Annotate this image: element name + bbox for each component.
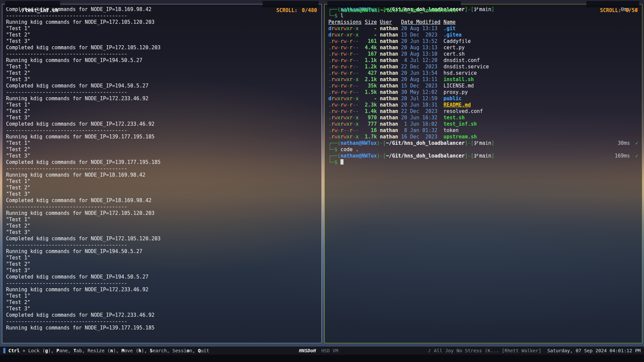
file-name: dnsdist.service bbox=[443, 64, 489, 70]
git-branch-icon bbox=[474, 141, 479, 145]
hint-segment: ), bbox=[141, 348, 150, 353]
terminal-line: Running kdig commands for NODE_IP=194.50… bbox=[6, 248, 318, 255]
file-permissions: .rw-r--r-- bbox=[328, 127, 359, 133]
perm-char: w bbox=[334, 64, 337, 70]
perm-char: r bbox=[340, 76, 343, 82]
file-row[interactable]: .rw-rw-r-- 167 nathan 20 Aug 13:10 cert.… bbox=[328, 51, 638, 57]
perm-char: r bbox=[350, 70, 353, 76]
file-name: dnsdist.conf bbox=[443, 57, 480, 63]
perm-char: r bbox=[331, 64, 334, 70]
prompt-frame: ]-[ bbox=[465, 140, 474, 146]
file-row[interactable]: .rw-rw-r-- 2.3k nathan 20 Jun 18:31 READ… bbox=[328, 102, 638, 108]
perm-char: . bbox=[328, 51, 331, 57]
file-date: 1 Jun 16:02 bbox=[401, 121, 437, 127]
file-row[interactable]: drwxrwxr-x - nathan 20 Aug 13:13 .git bbox=[328, 25, 638, 32]
perm-char: . bbox=[328, 70, 331, 76]
pane-left[interactable]: ./test_inf.sh SCROLL:0/480 Completed kdi… bbox=[2, 4, 322, 343]
perm-char: r bbox=[331, 57, 334, 63]
file-size: 16 bbox=[371, 127, 377, 133]
file-row[interactable]: .rw-rw-r-- 161 nathan 20 Jun 13:52 Caddy… bbox=[328, 38, 638, 45]
file-row[interactable]: .rw-r--r-- 16 nathan 8 Jan 01:32 token bbox=[328, 127, 638, 134]
command-text: code . bbox=[337, 146, 359, 153]
terminal-line: Running kdig commands for NODE_IP=139.17… bbox=[6, 325, 318, 331]
perm-char: r bbox=[350, 134, 353, 140]
perm-char: w bbox=[343, 96, 346, 102]
terminal-line: "Test 2" bbox=[6, 223, 318, 229]
perm-char: . bbox=[328, 76, 331, 82]
file-row[interactable]: .rw-rw-r-- 1.4k nathan 22 Dec 2023 resol… bbox=[328, 108, 638, 115]
terminal-line: ---------------------------------------- bbox=[6, 204, 318, 210]
perm-char: w bbox=[343, 89, 346, 95]
perm-char: r bbox=[331, 45, 334, 51]
terminal-line: ---------------------------------------- bbox=[6, 318, 318, 325]
perm-char: w bbox=[343, 76, 346, 82]
git-branch-icon bbox=[474, 154, 479, 158]
file-row[interactable]: .rwxrwxr-x 777 nathan 1 Jun 16:02 test_i… bbox=[328, 121, 638, 127]
host-label: HSD VM bbox=[321, 348, 338, 353]
perm-char: - bbox=[337, 127, 340, 133]
terminal-line: "Test 2" bbox=[6, 299, 318, 306]
terminal-line: Running kdig commands for NODE_IP=139.17… bbox=[6, 134, 318, 140]
file-size: 1.4k bbox=[365, 108, 377, 114]
file-permissions: .rw-rw-r-- bbox=[328, 102, 359, 108]
command-line[interactable]: └─$ bbox=[328, 159, 638, 166]
perm-char: w bbox=[343, 102, 346, 108]
file-size: 427 bbox=[368, 70, 377, 76]
status-bar: Ctrl + Lock (g), Pane, Tab, Resize (n), … bbox=[0, 347, 644, 355]
file-size: 1.5k bbox=[365, 89, 377, 95]
perm-char: - bbox=[337, 89, 340, 95]
hint-segment: Ctrl bbox=[8, 348, 20, 353]
status-center: HNSDoH HSD VM bbox=[299, 348, 338, 353]
terminal-line: "Test 3" bbox=[6, 76, 318, 83]
file-date: 20 Jun 18:31 bbox=[401, 102, 437, 108]
file-name: install.sh bbox=[443, 76, 474, 82]
file-date: 15 Dec 2023 bbox=[401, 83, 437, 89]
perm-char: r bbox=[350, 83, 353, 89]
file-size: 1.2k bbox=[365, 64, 377, 70]
file-row[interactable]: .rw-rw-r-- 1.1k nathan 4 Jul 12:20 dnsdi… bbox=[328, 57, 638, 64]
column-header: Date Modified bbox=[401, 19, 440, 25]
file-row[interactable]: .rw-rw-r-- 4.4k nathan 20 Aug 13:13 cert… bbox=[328, 45, 638, 51]
prompt-frame: └─ bbox=[328, 146, 334, 153]
file-size: - bbox=[374, 32, 377, 38]
file-row[interactable]: drwxrwxr-x - nathan 20 Jul 12:59 public bbox=[328, 96, 638, 102]
file-size: - bbox=[374, 25, 377, 32]
perm-char: r bbox=[331, 127, 334, 133]
file-row[interactable]: .rwxrwxr-x 2.1k nathan 20 Aug 13:11 inst… bbox=[328, 76, 638, 83]
perm-char: r bbox=[350, 102, 353, 108]
perm-char: - bbox=[356, 45, 359, 51]
file-name: upstream.sh bbox=[443, 134, 477, 140]
perm-char: - bbox=[346, 70, 350, 76]
hint-segment: + Lock ( bbox=[20, 348, 45, 353]
pane-right[interactable]: nathan@NWTux:~/Git/hns_doh_loadbalancer … bbox=[324, 4, 642, 343]
perm-char: w bbox=[334, 108, 337, 114]
file-name: LICENSE.md bbox=[443, 83, 474, 89]
file-row[interactable]: .rw-rw-r-- 35k nathan 15 Dec 2023 LICENS… bbox=[328, 83, 638, 89]
pane-right-title: nathan@NWTux:~/Git/hns_doh_loadbalancer bbox=[327, 1, 461, 7]
file-row[interactable]: .rw-rw-r-- 1.5k nathan 30 May 12:02 prox… bbox=[328, 89, 638, 96]
perm-char: r bbox=[331, 96, 334, 102]
file-date: 20 Aug 13:10 bbox=[401, 51, 437, 57]
file-row[interactable]: .rwxrwxr-x 970 nathan 20 Jun 16:32 test.… bbox=[328, 115, 638, 121]
perm-char: . bbox=[328, 134, 331, 140]
terminal-line: "Test 3" bbox=[6, 229, 318, 236]
terminal-line: "Test 3" bbox=[6, 153, 318, 159]
file-user: nathan bbox=[380, 76, 398, 82]
perm-char: w bbox=[343, 45, 346, 51]
file-size: - bbox=[374, 96, 377, 102]
status-right: ♪ All Joy No Stress (K... [Rhett Walker]… bbox=[428, 348, 641, 353]
prompt-frame: ]-[ bbox=[465, 153, 474, 159]
prompt-left: ┌──(nathan@NWTux)-[~/Git/hns_doh_loadbal… bbox=[328, 153, 494, 159]
command-line[interactable]: └─$ code . bbox=[328, 146, 638, 153]
file-date: 20 Jun 16:32 bbox=[401, 115, 437, 121]
file-row[interactable]: .rwxrwxr-x 1.7k nathan 16 Dec 2023 upstr… bbox=[328, 134, 638, 140]
pane-left-content[interactable]: Completed kdig commands for NODE_IP=18.1… bbox=[3, 5, 321, 343]
perm-char: . bbox=[328, 83, 331, 89]
file-row[interactable]: drwxr-xr-x - nathan 15 Dec 2023 .gitea bbox=[328, 32, 638, 38]
terminal-line: Running kdig commands for NODE_IP=172.23… bbox=[6, 96, 318, 102]
status-clock: Saturday, 07 Sep 2024 04:01:12 PM bbox=[547, 348, 641, 353]
perm-char: x bbox=[346, 96, 350, 102]
file-row[interactable]: .rw-rw-r-- 1.2k nathan 22 Dec 2023 dnsdi… bbox=[328, 64, 638, 70]
pane-right-content[interactable]: ┌──(nathan@NWTux)-[~/Git/hns_doh_loadbal… bbox=[325, 5, 642, 343]
file-row[interactable]: .rw-rw-r-- 427 nathan 20 Jun 13:54 hsd.s… bbox=[328, 70, 638, 76]
